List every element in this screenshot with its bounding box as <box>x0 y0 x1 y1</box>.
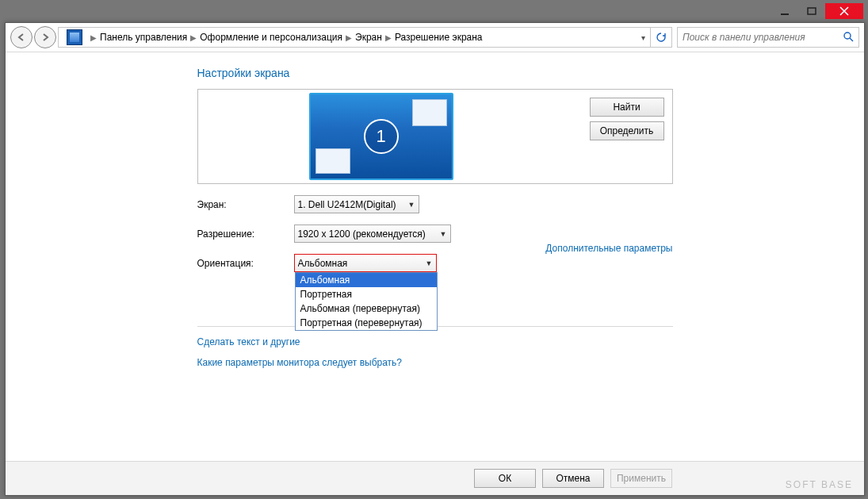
display-select-value: 1. Dell U2412M(Digital) <box>298 199 403 210</box>
orientation-option[interactable]: Альбомная (перевернутая) <box>296 301 437 316</box>
detect-button[interactable]: Найти <box>590 98 664 117</box>
chevron-right-icon: ▶ <box>346 33 352 42</box>
apply-button: Применить <box>610 469 672 488</box>
orientation-option[interactable]: Портретная (перевернутая) <box>296 316 437 330</box>
chevron-down-icon[interactable]: ▾ <box>641 33 645 42</box>
display-select[interactable]: 1. Dell U2412M(Digital) ▼ <box>294 195 419 213</box>
text-size-link[interactable]: Сделать текст и другие <box>197 336 673 347</box>
cancel-button[interactable]: Отмена <box>542 469 604 488</box>
ok-button[interactable]: ОК <box>474 469 536 488</box>
refresh-button[interactable] <box>651 27 672 48</box>
orientation-select-value: Альбомная <box>298 258 421 269</box>
breadcrumb-item[interactable]: Оформление и персонализация <box>200 32 342 43</box>
resolution-select-value: 1920 x 1200 (рекомендуется) <box>298 228 435 240</box>
thumbnail-taskbar-icon <box>315 148 350 174</box>
advanced-settings-link[interactable]: Дополнительные параметры <box>545 243 672 254</box>
orientation-select[interactable]: Альбомная ▼ Альбомная Портретная Альбомн… <box>294 254 437 272</box>
orientation-dropdown-list[interactable]: Альбомная Портретная Альбомная (переверн… <box>295 272 438 331</box>
orientation-option[interactable]: Альбомная <box>296 273 437 287</box>
search-input[interactable] <box>678 28 838 47</box>
minimize-button[interactable] <box>771 3 798 19</box>
navigation-bar: ▶ Панель управления ▶ Оформление и персо… <box>6 23 864 52</box>
svg-point-4 <box>844 33 851 39</box>
control-panel-window: ▶ Панель управления ▶ Оформление и персо… <box>5 22 865 496</box>
chevron-right-icon: ▶ <box>190 33 197 42</box>
display-label: Экран: <box>197 199 294 210</box>
identify-button[interactable]: Определить <box>590 121 664 140</box>
search-icon[interactable] <box>838 31 858 44</box>
breadcrumb-item[interactable]: Панель управления <box>100 32 187 43</box>
address-bar[interactable]: ▶ Панель управления ▶ Оформление и персо… <box>58 27 651 48</box>
control-panel-icon <box>67 29 82 45</box>
orientation-label: Ориентация: <box>197 258 294 269</box>
chevron-right-icon: ▶ <box>385 33 392 42</box>
watermark-text: SOFT BASE <box>786 479 853 490</box>
breadcrumb-item[interactable]: Экран <box>355 32 382 43</box>
breadcrumb-item[interactable]: Разрешение экрана <box>395 32 483 43</box>
which-monitor-link[interactable]: Какие параметры монитора следует выбрать… <box>197 357 673 368</box>
maximize-button[interactable] <box>798 3 825 19</box>
close-button[interactable] <box>825 3 863 19</box>
back-button[interactable] <box>10 26 33 48</box>
chevron-down-icon: ▼ <box>440 230 447 238</box>
resolution-label: Разрешение: <box>197 228 294 240</box>
display-preview-panel: 1 Найти Определить <box>197 89 673 184</box>
monitor-thumbnail[interactable]: 1 <box>309 93 453 180</box>
resolution-select[interactable]: 1920 x 1200 (рекомендуется) ▼ <box>294 225 451 243</box>
orientation-option[interactable]: Портретная <box>296 287 437 301</box>
dialog-footer: ОК Отмена Применить <box>6 461 864 495</box>
page-title: Настройки экрана <box>197 67 673 79</box>
chevron-down-icon: ▼ <box>408 201 415 209</box>
thumbnail-window-icon <box>412 99 447 126</box>
chevron-down-icon: ▼ <box>426 259 433 267</box>
forward-button[interactable] <box>34 26 56 48</box>
svg-line-5 <box>850 38 853 41</box>
chevron-right-icon: ▶ <box>90 33 97 42</box>
svg-rect-1 <box>808 8 816 14</box>
search-box[interactable] <box>677 27 859 48</box>
monitor-number-badge: 1 <box>364 119 399 154</box>
